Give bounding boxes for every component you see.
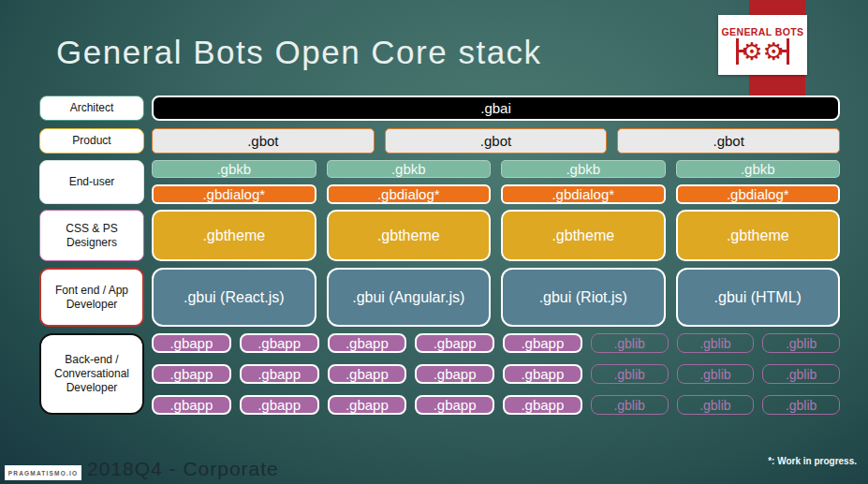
gbui-bar: .gbui (HTML) [676, 268, 841, 327]
gear-tick-right-icon [787, 38, 789, 65]
gbkb-bar: .gbkb [152, 160, 316, 178]
page-title: General Bots Open Core stack [56, 34, 730, 71]
gbapp-box: .gbapp [152, 364, 231, 384]
gblib-box: .gblib [591, 364, 669, 384]
row-designers: CSS & PS Designers .gbtheme .gbtheme .gb… [39, 210, 840, 261]
gbui-bar: .gbui (Angular.js) [327, 268, 492, 327]
gbtheme-bar: .gbtheme [676, 210, 841, 261]
slide: General Bots Open Core stack GENERAL BOT… [0, 0, 868, 484]
gblib-box: .gblib [762, 395, 840, 415]
gbui-bar: .gbui (React.js) [152, 268, 316, 327]
gear-tick-left-icon [736, 38, 739, 65]
gblib-box: .gblib [677, 395, 755, 415]
footer-caption: 2018Q4 - Corporate [87, 458, 279, 480]
gblib-box: .gblib [591, 395, 669, 415]
stack-diagram: Architect .gbai Product .gbot .gbot .gbo… [39, 95, 840, 415]
row-end-user: End-user .gbkb .gbkb .gbkb .gbkb .gbdial… [39, 160, 840, 204]
logo-wordmark: GENERAL BOTS [721, 26, 803, 37]
gbdialog-bar: .gbdialog* [676, 184, 841, 204]
gbapp-box: .gbapp [415, 364, 494, 384]
label-designers: CSS & PS Designers [39, 210, 144, 261]
gbdialog-bar: .gbdialog* [327, 184, 492, 204]
gbot-bar: .gbot [152, 128, 375, 154]
gblib-box: .gblib [762, 333, 840, 353]
label-end-user: End-user [39, 160, 144, 204]
gblib-box: .gblib [762, 364, 840, 384]
gbapp-box: .gbapp [503, 395, 582, 415]
gblib-box: .gblib [677, 364, 755, 384]
gbdialog-bar: .gbdialog* [152, 184, 316, 204]
gbapp-box: .gbapp [328, 395, 407, 415]
gbot-bar: .gbot [385, 128, 608, 154]
label-architect: Architect [39, 95, 144, 121]
label-frontend: Font end / App Developer [39, 268, 144, 327]
row-backend: Back-end / Conversational Developer .gba… [39, 333, 840, 415]
gbapp-box: .gbapp [503, 364, 582, 384]
general-bots-logo: GENERAL BOTS ⚙ ⚙ [718, 15, 807, 75]
gbdialog-bar: .gbdialog* [501, 184, 666, 204]
row-frontend: Font end / App Developer .gbui (React.js… [39, 268, 840, 327]
gbui-bar: .gbui (Riot.js) [501, 268, 666, 327]
label-product: Product [39, 128, 144, 154]
gbtheme-bar: .gbtheme [327, 210, 492, 261]
gbapp-box: .gbapp [240, 333, 319, 353]
row-product: Product .gbot .gbot .gbot [39, 128, 840, 154]
gbkb-bar: .gbkb [501, 160, 666, 178]
pragmatismo-logo: PRAGMATISMO.IO [5, 465, 81, 480]
gbapp-box: .gbapp [415, 395, 494, 415]
gbkb-bar: .gbkb [327, 160, 492, 178]
gblib-box: .gblib [677, 333, 755, 353]
gbapp-box: .gbapp [328, 333, 407, 353]
gbapp-box: .gbapp [152, 395, 231, 415]
gbai-bar: .gbai [152, 95, 840, 121]
label-backend: Back-end / Conversational Developer [39, 333, 144, 415]
gbapp-box: .gbapp [240, 395, 319, 415]
gblib-box: .gblib [591, 333, 669, 353]
gears-icon: ⚙ ⚙ [736, 38, 789, 65]
gbapp-box: .gbapp [328, 364, 407, 384]
gbapp-box: .gbapp [152, 333, 231, 353]
gbot-bar: .gbot [617, 128, 840, 154]
work-in-progress-note: *: Work in progress. [768, 456, 857, 466]
gbkb-bar: .gbkb [676, 160, 841, 178]
gbapp-box: .gbapp [503, 333, 582, 353]
gbtheme-bar: .gbtheme [501, 210, 666, 261]
row-architect: Architect .gbai [39, 95, 840, 121]
gbapp-box: .gbapp [415, 333, 494, 353]
gbtheme-bar: .gbtheme [152, 210, 316, 261]
gbapp-box: .gbapp [240, 364, 319, 384]
